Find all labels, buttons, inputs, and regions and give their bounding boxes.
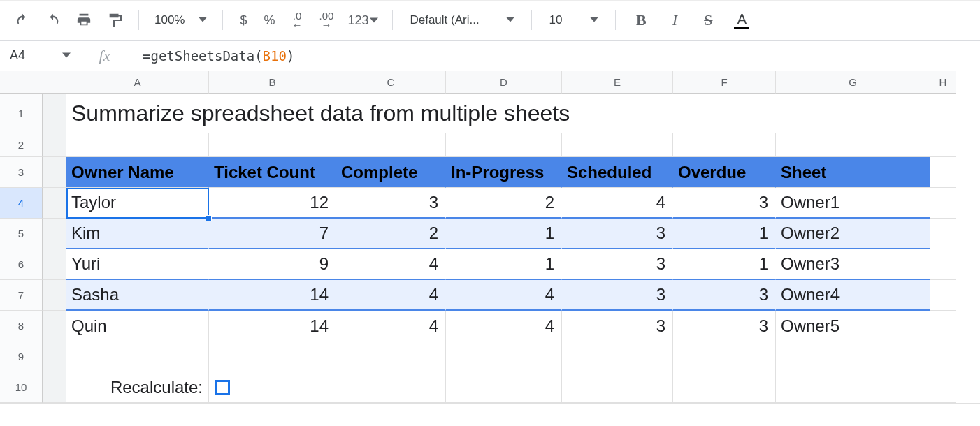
row-gutter[interactable] xyxy=(43,219,66,249)
column-header-a[interactable]: A xyxy=(66,71,209,94)
cell-f3-header[interactable]: Overdue xyxy=(673,157,776,188)
cell-g4[interactable]: Owner1 xyxy=(776,188,930,219)
cell-f10[interactable] xyxy=(673,372,776,403)
checkbox-unchecked-icon[interactable] xyxy=(215,380,230,395)
cell-d4[interactable]: 2 xyxy=(446,188,562,219)
row-gutter[interactable] xyxy=(43,188,66,219)
decrease-decimal-button[interactable]: .0 ← xyxy=(285,10,310,30)
strikethrough-button[interactable]: S xyxy=(693,11,723,29)
row-header-7[interactable]: 7 xyxy=(0,280,43,311)
row-gutter[interactable] xyxy=(43,94,66,133)
cell-c6[interactable]: 4 xyxy=(336,249,446,280)
cell-e4[interactable]: 4 xyxy=(562,188,673,219)
italic-button[interactable]: I xyxy=(659,11,690,29)
cell-f6[interactable]: 1 xyxy=(673,249,776,280)
cell-a6[interactable]: Yuri xyxy=(66,249,209,280)
row-header-10[interactable]: 10 xyxy=(0,372,43,403)
undo-button[interactable] xyxy=(8,8,36,33)
cell-h9[interactable] xyxy=(930,341,956,372)
paint-format-button[interactable] xyxy=(101,8,129,33)
cell-c10[interactable] xyxy=(336,372,446,403)
cell-e9[interactable] xyxy=(562,341,673,372)
cell-h4[interactable] xyxy=(930,188,956,219)
cell-h7[interactable] xyxy=(930,280,956,311)
row-gutter[interactable] xyxy=(43,280,66,311)
cell-c7[interactable]: 4 xyxy=(336,280,446,311)
cell-b5[interactable]: 7 xyxy=(209,219,336,249)
cell-g8[interactable]: Owner5 xyxy=(776,311,930,341)
cell-h6[interactable] xyxy=(930,249,956,280)
row-header-3[interactable]: 3 xyxy=(0,157,43,188)
cell-b6[interactable]: 9 xyxy=(209,249,336,280)
cell-c8[interactable]: 4 xyxy=(336,311,446,341)
format-currency-button[interactable]: $ xyxy=(233,13,254,28)
cell-f8[interactable]: 3 xyxy=(673,311,776,341)
cell-b3-header[interactable]: Ticket Count xyxy=(209,157,336,188)
cell-g2[interactable] xyxy=(776,133,930,157)
row-gutter[interactable] xyxy=(43,133,66,157)
cell-f4[interactable]: 3 xyxy=(673,188,776,219)
cell-d8[interactable]: 4 xyxy=(446,311,562,341)
cell-b9[interactable] xyxy=(209,341,336,372)
row-header-8[interactable]: 8 xyxy=(0,311,43,341)
zoom-select[interactable]: 100% xyxy=(149,8,212,33)
cell-b10-checkbox[interactable] xyxy=(209,372,336,403)
cell-e3-header[interactable]: Scheduled xyxy=(562,157,673,188)
cell-a7[interactable]: Sasha xyxy=(66,280,209,311)
cell-g6[interactable]: Owner3 xyxy=(776,249,930,280)
row-gutter[interactable] xyxy=(43,157,66,188)
row-gutter[interactable] xyxy=(43,341,66,372)
cell-d10[interactable] xyxy=(446,372,562,403)
font-size-select[interactable]: 10 xyxy=(542,8,605,33)
row-header-6[interactable]: 6 xyxy=(0,249,43,280)
row-gutter[interactable] xyxy=(43,311,66,341)
cell-a8[interactable]: Quin xyxy=(66,311,209,341)
cell-h1[interactable] xyxy=(930,94,956,133)
format-percent-button[interactable]: % xyxy=(257,13,282,28)
cell-f9[interactable] xyxy=(673,341,776,372)
cell-b4[interactable]: 12 xyxy=(209,188,336,219)
row-gutter[interactable] xyxy=(43,249,66,280)
row-gutter[interactable] xyxy=(43,372,66,403)
row-header-9[interactable]: 9 xyxy=(0,341,43,372)
cell-h10[interactable] xyxy=(930,372,956,403)
cell-h3[interactable] xyxy=(930,157,956,188)
cell-e2[interactable] xyxy=(562,133,673,157)
cell-e6[interactable]: 3 xyxy=(562,249,673,280)
cell-f5[interactable]: 1 xyxy=(673,219,776,249)
cell-d2[interactable] xyxy=(446,133,562,157)
text-color-button[interactable]: A xyxy=(726,12,757,29)
cell-e10[interactable] xyxy=(562,372,673,403)
column-header-f[interactable]: F xyxy=(673,71,776,94)
cell-d7[interactable]: 4 xyxy=(446,280,562,311)
column-header-c[interactable]: C xyxy=(336,71,446,94)
cell-b7[interactable]: 14 xyxy=(209,280,336,311)
row-header-2[interactable]: 2 xyxy=(0,133,43,157)
cell-c5[interactable]: 2 xyxy=(336,219,446,249)
column-header-d[interactable]: D xyxy=(446,71,562,94)
cell-a1-title[interactable]: Summarize spreadsheet data from multiple… xyxy=(66,94,930,133)
font-family-select[interactable]: Default (Ari... xyxy=(403,8,521,33)
increase-decimal-button[interactable]: .00 → xyxy=(312,10,341,30)
name-box[interactable]: A4 xyxy=(0,41,78,71)
bold-button[interactable]: B xyxy=(626,11,656,29)
cell-a10-recalculate-label[interactable]: Recalculate: xyxy=(66,372,209,403)
formula-input[interactable]: =getSheetsData(B10) xyxy=(131,41,980,71)
cell-c2[interactable] xyxy=(336,133,446,157)
cell-d6[interactable]: 1 xyxy=(446,249,562,280)
cell-a2[interactable] xyxy=(66,133,209,157)
cell-e5[interactable]: 3 xyxy=(562,219,673,249)
cell-b2[interactable] xyxy=(209,133,336,157)
cell-d5[interactable]: 1 xyxy=(446,219,562,249)
cell-h2[interactable] xyxy=(930,133,956,157)
cell-g5[interactable]: Owner2 xyxy=(776,219,930,249)
cell-c3-header[interactable]: Complete xyxy=(336,157,446,188)
cell-f7[interactable]: 3 xyxy=(673,280,776,311)
cell-a4[interactable]: Taylor xyxy=(66,188,209,219)
cell-d9[interactable] xyxy=(446,341,562,372)
row-header-5[interactable]: 5 xyxy=(0,219,43,249)
row-header-1[interactable]: 1 xyxy=(0,94,43,133)
cell-b8[interactable]: 14 xyxy=(209,311,336,341)
cell-d3-header[interactable]: In-Progress xyxy=(446,157,562,188)
cell-h5[interactable] xyxy=(930,219,956,249)
